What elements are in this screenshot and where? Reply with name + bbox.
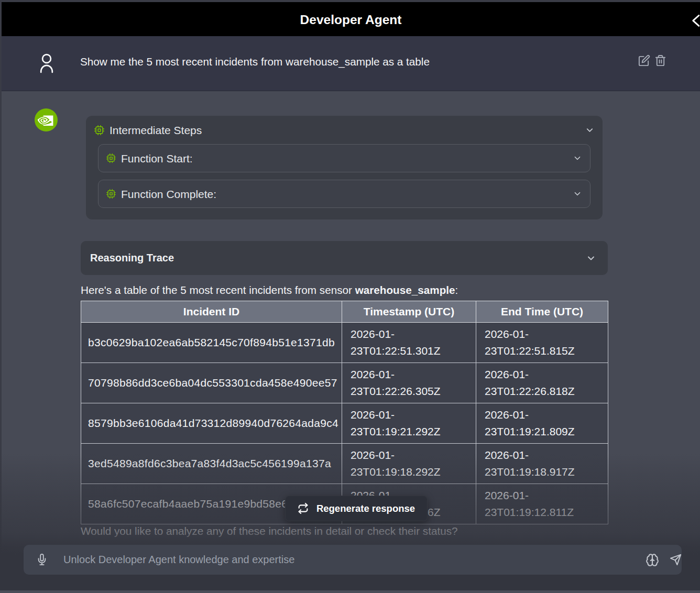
table-row: b3c0629ba102ea6ab582145c70f894b51e1371db… [81,323,608,363]
microphone-icon[interactable] [36,554,48,565]
cell-timestamp: 2026-01-23T01:19:21.292Z [342,403,476,444]
app-header: Developer Agent [2,2,700,36]
cell-end-time: 2026-01-23T01:22:51.815Z [476,323,608,363]
page-title: Developer Agent [2,13,700,27]
trash-icon [654,54,666,67]
table-row: 3ed5489a8fd6c3bea7a83f4d3ac5c456199a137a… [81,444,608,484]
user-message-row: Show me the 5 most recent incidents from… [2,36,700,91]
edit-message-button[interactable] [638,54,650,67]
user-avatar-icon [40,53,53,73]
cell-end-time: 2026-01-23T01:19:12.811Z [476,484,608,524]
cell-incident-id: 8579bb3e6106da41d73312d89940d76264ada9c4 [81,403,342,444]
brain-icon[interactable] [646,553,659,567]
chevron-left-icon [688,14,700,28]
reasoning-trace-panel[interactable]: Reasoning Trace [81,241,608,275]
chevron-down-icon[interactable] [585,125,595,135]
send-icon[interactable] [670,554,682,566]
table-row: 8579bb3e6106da41d73312d89940d76264ada9c4… [81,403,608,444]
function-complete-title: Function Complete: [121,188,216,201]
regenerate-response-button[interactable]: Regenerate response [285,496,428,521]
edit-icon [638,54,650,67]
incidents-table: Incident ID Timestamp (UTC) End Time (UT… [81,301,608,524]
delete-message-button[interactable] [654,54,666,67]
nvidia-logo-icon [35,108,58,131]
table-header-row: Incident ID Timestamp (UTC) End Time (UT… [81,301,608,323]
cpu-icon [106,153,116,163]
function-complete-panel[interactable]: Function Complete: [98,180,590,208]
cell-incident-id: 3ed5489a8fd6c3bea7a83f4d3ac5c456199a137a [81,444,342,484]
bottom-strip [0,590,700,593]
function-start-title: Function Start: [121,152,193,166]
cell-timestamp: 2026-01-23T01:22:51.301Z [342,323,476,363]
cell-incident-id: b3c0629ba102ea6ab582145c70f894b51e1371db [81,323,342,363]
intermediate-steps-title: Intermediate Steps [110,124,202,137]
answer-followup-text: Would you like to analyze any of these i… [81,523,610,539]
chevron-down-icon[interactable] [573,153,582,163]
cell-timestamp: 2026-01-23T01:22:26.305Z [342,363,476,403]
col-header-timestamp: Timestamp (UTC) [342,301,476,323]
assistant-avatar [35,108,58,131]
regenerate-label: Regenerate response [316,503,415,514]
cell-end-time: 2026-01-23T01:19:21.809Z [476,403,608,444]
chevron-down-icon[interactable] [573,189,582,199]
reasoning-trace-title: Reasoning Trace [90,251,174,265]
cpu-icon [106,189,116,199]
function-start-panel[interactable]: Function Start: [98,144,590,172]
cell-end-time: 2026-01-23T01:19:18.917Z [476,444,608,484]
user-message-text: Show me the 5 most recent incidents from… [80,55,604,68]
intermediate-steps-panel[interactable]: Intermediate Steps Function Start: Funct… [86,116,603,219]
cell-end-time: 2026-01-23T01:22:26.818Z [476,363,608,403]
composer-bar [24,545,682,575]
collapse-panel-button[interactable] [688,14,700,28]
col-header-incident-id: Incident ID [81,301,342,323]
repeat-icon [298,503,309,514]
table-row: 70798b86dd3ce6ba04dc553301cda458e490ee57… [81,363,608,403]
col-header-end-time: End Time (UTC) [476,301,608,323]
answer-intro-text: Here's a table of the 5 most recent inci… [81,282,610,298]
chat-input[interactable] [63,545,640,575]
chevron-down-icon[interactable] [586,253,596,263]
cell-timestamp: 2026-01-23T01:19:18.292Z [342,444,476,484]
cell-incident-id: 70798b86dd3ce6ba04dc553301cda458e490ee57 [81,363,342,403]
cpu-icon [94,125,104,135]
